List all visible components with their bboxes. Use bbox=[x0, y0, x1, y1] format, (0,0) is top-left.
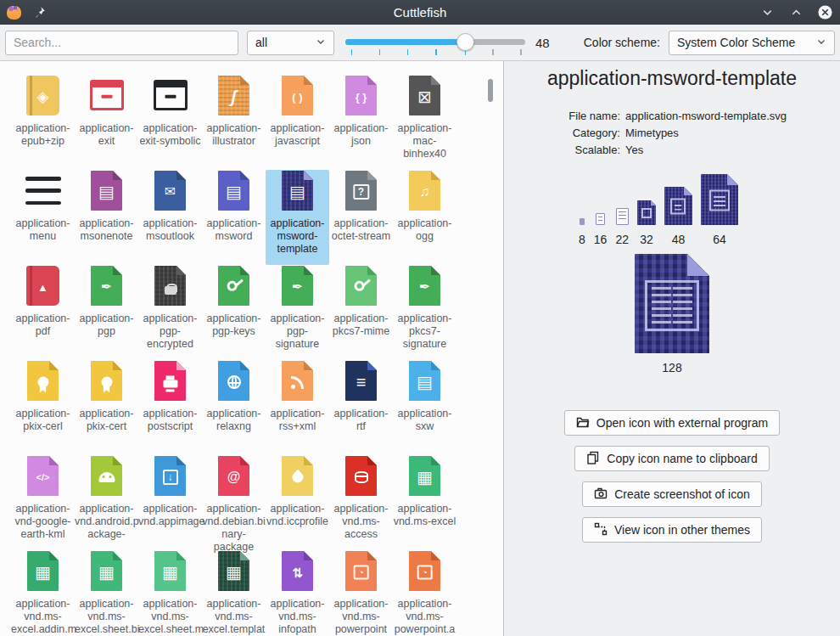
scrollbar[interactable] bbox=[487, 61, 494, 636]
icon-grid-item[interactable]: application-rss+xml bbox=[266, 360, 329, 455]
icon-grid-item[interactable]: ? application-octet-stream bbox=[329, 170, 393, 265]
icon-grid-item[interactable]: application-pgp-keys bbox=[202, 265, 266, 360]
icon-grid-item[interactable]: application-vnd.ms-access bbox=[329, 455, 393, 550]
maximize-button[interactable] bbox=[788, 4, 804, 20]
icon-grid-item[interactable]: ♫ application-ogg bbox=[393, 170, 456, 265]
icon-grid-item[interactable]: application-pkix-cert bbox=[75, 360, 138, 455]
icon-label: application-vnd.ms-powerpoint.a bbox=[393, 598, 456, 636]
minimize-button[interactable] bbox=[759, 4, 776, 20]
scrollbar-thumb[interactable] bbox=[488, 79, 493, 102]
icon-grid-item[interactable]: ↓ application-vnd.appimage bbox=[138, 455, 202, 550]
icon-grid-item[interactable]: ✒ application-pkcs7-signature bbox=[393, 265, 456, 360]
icon-grid-item[interactable]: ✉ application-msoutlook bbox=[138, 170, 202, 265]
icon-label: application-pkix-cert bbox=[75, 408, 138, 433]
icon-grid-item[interactable]: ( ) application-javascript bbox=[266, 75, 329, 170]
icon-grid-item[interactable]: { } application-json bbox=[329, 75, 393, 170]
themes-icon bbox=[594, 522, 608, 538]
mimetype-icon bbox=[277, 455, 318, 496]
large-preview: 128 bbox=[504, 254, 840, 374]
icon-grid-item[interactable]: application-postscript bbox=[138, 360, 202, 455]
slider-handle[interactable] bbox=[456, 33, 474, 51]
icon-grid-item[interactable]: application-vnd.android.package- bbox=[75, 455, 138, 550]
screenshot-button[interactable]: Create screenshot of icon bbox=[582, 481, 762, 507]
icon-grid-item[interactable]: ▤ application-msword bbox=[202, 170, 266, 265]
swirl-emblem: @ bbox=[227, 470, 241, 484]
icon-label: application-rss+xml bbox=[266, 408, 329, 433]
icon-label: application-pkix-cerl bbox=[11, 408, 75, 433]
icon-label: application-msonenote bbox=[75, 217, 138, 243]
pen-emblem: ✒ bbox=[419, 280, 430, 294]
category-value: all bbox=[255, 36, 267, 49]
icon-grid-item[interactable]: application-menu bbox=[11, 170, 75, 265]
view-themes-button[interactable]: View icon in other themes bbox=[582, 517, 762, 543]
doc-lines-emblem: ▤ bbox=[226, 183, 242, 200]
action-buttons: Open icon with external program Copy ico… bbox=[504, 410, 840, 543]
icon-size-value: 48 bbox=[535, 36, 564, 50]
envelope-emblem: ✉ bbox=[165, 185, 176, 199]
icon-grid-item[interactable]: ⇅ application-vnd.ms-infopath bbox=[266, 550, 329, 636]
icon-label: application-pgp bbox=[75, 312, 138, 338]
icon-label: application-ogg bbox=[393, 217, 456, 243]
search-input[interactable] bbox=[5, 31, 238, 55]
size-previews: 8 16 22 32 48 64 bbox=[504, 174, 840, 246]
field-label: File name: bbox=[504, 108, 620, 125]
key-emblem bbox=[225, 279, 239, 294]
details-fields: File name: application-msword-template.s… bbox=[504, 108, 840, 159]
mimetype-icon: ♫ bbox=[405, 170, 445, 211]
mimetype-icon bbox=[341, 265, 382, 306]
mimetype-icon bbox=[214, 265, 255, 306]
lock-emblem bbox=[165, 286, 176, 295]
icon-grid-item[interactable]: ◈ application-epub+zip bbox=[11, 75, 75, 170]
icon-grid-item[interactable]: application-exit-symbolic bbox=[138, 75, 202, 170]
icon-grid-item[interactable]: application-pkix-cerl bbox=[11, 360, 75, 455]
icon-grid-item[interactable]: ▦ application-vnd.ms-excel.sheet.bi bbox=[75, 550, 138, 636]
icon-grid-item[interactable]: ▦ application-vnd.ms-excel.addin.m bbox=[11, 550, 75, 636]
preview-size-label: 32 bbox=[640, 233, 653, 246]
icon-grid-item[interactable]: @ application-vnd.debian.binary-package bbox=[202, 455, 266, 550]
icon-grid-item[interactable]: </> application-vnd-google-earth-kml bbox=[11, 455, 75, 550]
mimetype-icon bbox=[87, 360, 127, 401]
icon-label: application-msoutlook bbox=[138, 217, 202, 243]
size-preview: 22 bbox=[615, 208, 629, 246]
mimetype-icon bbox=[87, 75, 127, 115]
field-value: application-msword-template.svg bbox=[625, 108, 787, 125]
icon-grid-item[interactable]: application-pkcs7-mime bbox=[329, 265, 393, 360]
icon-grid-item[interactable]: ▦ application-vnd.ms-excel.templat bbox=[202, 550, 266, 636]
sheet-grid-emblem: ▦ bbox=[35, 564, 51, 581]
icon-grid-item[interactable]: ◔ application-vnd.ms-powerpoint.a bbox=[393, 550, 456, 636]
icon-grid-item[interactable]: ▦ application-vnd.ms-excel bbox=[393, 455, 456, 550]
mimetype-icon: ✒ bbox=[87, 265, 127, 306]
icon-grid-item[interactable]: ʃ application-illustrator bbox=[202, 75, 266, 170]
mimetype-icon: ✒ bbox=[405, 265, 445, 306]
icon-grid-item[interactable]: ▲ application-pdf bbox=[11, 265, 75, 360]
open-external-button[interactable]: Open icon with external program bbox=[564, 410, 780, 436]
icon-grid-panel: ◈ application-epub+zip application-exit … bbox=[0, 61, 504, 636]
icon-grid-item[interactable]: application-relaxng bbox=[202, 360, 266, 455]
icon-grid-item[interactable]: ▤ application-msonenote bbox=[75, 170, 138, 265]
icon-label: application-illustrator bbox=[202, 122, 266, 148]
copy-name-button[interactable]: Copy icon name to clipboard bbox=[574, 446, 769, 471]
icon-grid-item[interactable]: application-pgp-encrypted bbox=[138, 265, 202, 360]
icon-grid-item[interactable]: application-exit bbox=[75, 75, 138, 170]
icon-grid-item[interactable]: ✒ application-pgp bbox=[75, 265, 138, 360]
size-slider[interactable] bbox=[345, 31, 525, 55]
icon-grid-item[interactable]: ✒ application-pgp-signature bbox=[266, 265, 329, 360]
icon-grid-item[interactable]: ◔ application-vnd.ms-powerpoint bbox=[329, 550, 393, 636]
arrow-box-emblem: ↓ bbox=[163, 470, 178, 485]
icon-grid-item[interactable]: ▤ application-msword-template bbox=[266, 170, 329, 265]
color-scheme-select[interactable]: System Color Scheme bbox=[669, 31, 835, 55]
category-select[interactable]: all bbox=[247, 31, 334, 55]
icon-grid-item[interactable]: ⊠ application-mac-binhex40 bbox=[393, 75, 456, 170]
close-button[interactable] bbox=[817, 4, 833, 20]
icon-label: application-menu bbox=[11, 217, 75, 243]
icon-grid-item[interactable]: ≡ application-rtf bbox=[329, 360, 393, 455]
icon-grid-item[interactable]: application-vnd.iccprofile bbox=[266, 455, 329, 550]
details-field-row: Scalable: Yes bbox=[504, 142, 840, 159]
pin-icon[interactable] bbox=[33, 6, 46, 19]
copy-icon bbox=[586, 451, 600, 467]
icon-grid-item[interactable]: ▦ application-vnd.ms-excel.sheet.m bbox=[138, 550, 202, 636]
database-emblem bbox=[355, 471, 368, 483]
icon-grid-item[interactable]: ▤ application-sxw bbox=[393, 360, 456, 455]
doc-lines-emblem: ▤ bbox=[289, 183, 305, 200]
notebook-emblem: ▤ bbox=[98, 183, 115, 200]
